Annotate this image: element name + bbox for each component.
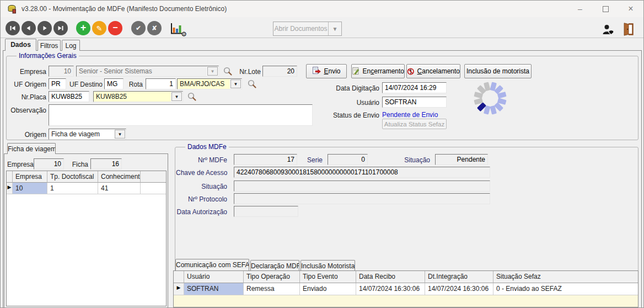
rota-code-field[interactable]: 1 — [146, 78, 176, 89]
rota-combo-arrow[interactable]: ▼ — [230, 79, 241, 88]
app-window: v3.28.00 - Movimentação de MDFe (Manifes… — [0, 0, 644, 308]
nrplaca-combo-arrow[interactable]: ▼ — [171, 92, 182, 101]
tab-ficha-de-viagem[interactable]: Ficha de viagem — [7, 143, 56, 154]
empresa-search-button[interactable] — [223, 66, 233, 76]
column-header[interactable]: Data Recibo — [356, 271, 425, 283]
cell-conhecimento[interactable]: 41 — [98, 183, 141, 194]
column-header[interactable]: Usuário — [184, 271, 244, 283]
close-button[interactable]: × — [618, 1, 643, 17]
nrplaca-search-button[interactable] — [187, 92, 197, 102]
serie-field: 0 — [328, 154, 368, 165]
delete-record-button[interactable]: − — [108, 21, 122, 35]
column-header[interactable]: Tipo Evento — [300, 271, 356, 283]
tab-dados[interactable]: Dados — [5, 39, 36, 51]
user-shield-icon — [602, 23, 615, 36]
empresa-combo-arrow: ▼ — [207, 67, 218, 76]
close-icon: × — [628, 4, 633, 14]
edit-record-button[interactable]: ✎ — [92, 21, 106, 35]
encerramento-button[interactable]: Encerramento — [351, 64, 405, 78]
cell-empresa[interactable]: 10 — [13, 183, 47, 194]
nav-next-button[interactable] — [37, 21, 52, 35]
nrplaca-combo[interactable]: KUW8B25 ▼ — [93, 91, 183, 102]
encerramento-label: Encerramento — [363, 67, 404, 75]
cell-usuario[interactable]: SOFTRAN — [184, 283, 244, 295]
ficha-number-field: 16 — [90, 158, 122, 169]
envio-label: Envio — [324, 67, 340, 75]
status-envio-label: Status de Envio — [325, 111, 379, 119]
cell-dt-integracao[interactable]: 14/07/2024 16:30:06 — [425, 283, 493, 295]
cell-data-recibo[interactable]: 14/07/2024 16:30:06 — [356, 283, 425, 295]
uf-origem-field[interactable]: PR — [49, 78, 66, 89]
tab-filtros[interactable]: Filtros — [37, 40, 61, 51]
sefaz-grid-row[interactable]: ▶ SOFTRAN Remessa Enviado 14/07/2024 16:… — [174, 283, 638, 295]
observacao-textarea[interactable] — [49, 104, 313, 126]
ficha-grid-header: Empresa Tp. Doctofiscal Conhecimento — [7, 171, 166, 183]
nav-last-button[interactable] — [53, 21, 68, 35]
sefaz-grid: Usuário Tipo Operação Tipo Evento Data R… — [173, 270, 638, 307]
ficha-grid-row[interactable]: ▶ 10 1 41 — [7, 183, 166, 194]
status-envio-value: Pendente de Envio — [382, 111, 438, 119]
situacao2-field — [234, 180, 490, 192]
inclusao-motorista-button[interactable]: Inclusão de motorista — [464, 64, 532, 78]
rota-combo[interactable]: BMA/RJO/CAS ▼ — [177, 78, 242, 89]
plus-icon: + — [80, 22, 87, 34]
exit-button[interactable] — [622, 23, 634, 36]
tab-log[interactable]: Log — [62, 40, 80, 51]
cell-tp-doctofiscal[interactable]: 1 — [47, 183, 98, 194]
row-marker-icon: ▶ — [8, 184, 12, 190]
rota-label: Rota — [121, 81, 143, 88]
next-record-icon — [41, 24, 49, 32]
group-title: Dados MDFe — [185, 143, 229, 151]
cell-tipo-evento[interactable]: Enviado — [300, 283, 356, 295]
data-digitacao-field: 14/07/2024 16:29 — [382, 82, 447, 93]
column-header[interactable]: Tipo Operação — [244, 271, 300, 283]
tab-filtros-label: Filtros — [40, 42, 58, 50]
ficha-ficha-label: Ficha — [71, 161, 88, 168]
tab-comunicacao-label: Comunicação com SEFAZ — [176, 261, 249, 269]
uf-destino-label: UF Destino — [68, 81, 103, 88]
cancelamento-label: Cancelamento — [417, 67, 460, 75]
nrplaca-field[interactable]: KUW8B25 — [49, 91, 89, 102]
protocolo-label: Nrº Protocolo — [181, 195, 227, 203]
nav-previous-button[interactable] — [22, 21, 36, 35]
row-marker-icon: ▶ — [177, 285, 181, 290]
nrlote-field: 20 — [262, 66, 297, 77]
origem-combo-value: Ficha de viagem — [49, 129, 114, 139]
usuario-field: SOFTRAN — [382, 97, 447, 108]
add-record-button[interactable]: + — [76, 21, 90, 35]
nr-mdfe-label: Nrº MDFe — [183, 156, 227, 164]
window-controls: – × — [567, 1, 643, 17]
tab-declaracao-mdfe[interactable]: Declaração MDFe — [250, 260, 299, 270]
column-header[interactable]: Situação Sefaz — [493, 271, 638, 283]
window-title: v3.28.00 - Movimentação de MDFe (Manifes… — [22, 1, 227, 17]
confirm-button[interactable]: ✔ — [131, 21, 146, 35]
tab-comunicacao-sefaz[interactable]: Comunicação com SEFAZ — [175, 259, 249, 270]
search-icon — [223, 66, 233, 76]
report-chart-button[interactable]: ⚙ — [169, 22, 186, 36]
chevron-down-icon: ▼ — [175, 94, 179, 99]
column-header[interactable]: Conhecimento — [98, 171, 141, 183]
cancel-button[interactable]: ✘ — [147, 21, 162, 35]
origem-combo-arrow[interactable]: ▼ — [115, 130, 125, 139]
app-icon — [7, 4, 17, 14]
cancelamento-button[interactable]: Cancelamento — [406, 64, 460, 78]
cell-tipo-operacao[interactable]: Remessa — [244, 283, 300, 295]
send-document-icon — [312, 67, 321, 76]
atualiza-status-label: Atualiza Status Sefaz — [384, 121, 444, 128]
column-header[interactable]: Dt.Integração — [425, 271, 493, 283]
origem-combo[interactable]: Ficha de viagem ▼ — [49, 129, 126, 140]
x-icon: ✘ — [152, 24, 157, 32]
nrplaca-label: Nr.Placa — [10, 93, 46, 101]
tab-inclusao-motorista[interactable]: Inclusão Motorista — [300, 260, 355, 270]
minimize-button[interactable]: – — [567, 1, 593, 17]
rota-search-button[interactable] — [247, 79, 257, 89]
column-header[interactable]: Empresa — [13, 171, 47, 183]
column-header[interactable]: Tp. Doctofiscal — [47, 171, 98, 183]
maximize-button[interactable] — [593, 1, 618, 17]
envio-button[interactable]: Envio — [306, 64, 347, 78]
chevron-down-icon: ▼ — [118, 132, 122, 137]
user-permissions-button[interactable] — [602, 23, 615, 36]
nav-first-button[interactable] — [6, 21, 20, 35]
rota-combo-value: BMA/RJO/CAS — [178, 79, 230, 89]
cell-situacao-sefaz[interactable]: 0 - Enviado ao SEFAZ — [493, 283, 638, 295]
